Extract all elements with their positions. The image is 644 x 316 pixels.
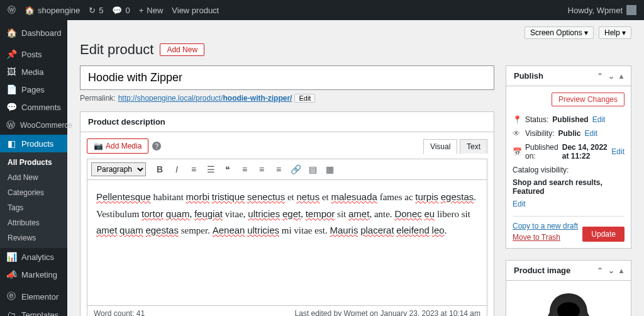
word-count: Word count: 41 [94,309,145,316]
preview-changes-button[interactable]: Preview Changes [552,93,625,106]
toolbar-toggle-button[interactable]: ▦ [322,162,337,177]
sidebar-item-analytics[interactable]: 📊Analytics [0,248,67,266]
submenu-tags[interactable]: Tags [0,200,67,215]
edit-status-link[interactable]: Edit [592,115,606,124]
submenu-all-products[interactable]: All Products [0,155,67,170]
number-list-button[interactable]: ☰ [203,162,218,177]
my-account[interactable]: Howdy, Wpmet [568,5,636,15]
submenu-attributes[interactable]: Attributes [0,215,67,230]
edit-visibility-link[interactable]: Edit [584,129,597,138]
comments-link[interactable]: 💬 0 [112,6,130,15]
woo-icon: Ⓦ [6,120,15,131]
key-icon: 📍 [513,115,521,124]
permalink-link[interactable]: http://shopengine.local/product/hoodie-w… [118,94,292,103]
text-tab[interactable]: Text [460,139,487,154]
move-to-trash-link[interactable]: Move to Trash [513,233,578,242]
bold-button[interactable]: B [152,162,167,177]
updates-link[interactable]: ↻ 5 [89,6,103,15]
marketing-icon: 📣 [6,269,16,279]
sidebar-item-marketing[interactable]: 📣Marketing [0,266,67,283]
toggle-icon[interactable]: ▴ [619,266,623,275]
bullet-list-button[interactable]: ≡ [186,162,201,177]
new-content-link[interactable]: + New [139,6,164,15]
copy-draft-link[interactable]: Copy to a new draft [513,222,578,230]
description-header: Product description [80,112,494,132]
product-image-box: Product image ⌃ ⌄ ▴ [506,260,631,316]
edit-date-link[interactable]: Edit [611,147,625,156]
align-center-button[interactable]: ≡ [254,162,269,177]
page-title: Edit product [80,42,153,58]
avatar-icon [626,5,636,15]
pin-icon: 📌 [6,49,16,59]
product-title-input[interactable] [80,65,494,90]
sidebar-item-elementor[interactable]: ⓔElementor [0,287,67,306]
format-select[interactable]: Paragraph [91,162,146,176]
templates-icon: 🗂 [6,310,16,316]
product-image-thumbnail[interactable] [518,287,619,316]
sidebar-item-dashboard[interactable]: 🏠Dashboard [0,24,67,42]
align-left-button[interactable]: ≡ [237,162,252,177]
sidebar-item-products[interactable]: ◧Products [0,135,67,152]
chevron-down-icon[interactable]: ⌄ [608,266,614,275]
view-product-link[interactable]: View product [172,6,219,15]
calendar-icon: 📅 [513,147,521,156]
publish-box: Publish ⌃ ⌄ ▴ Preview Changes 📍Status: P… [506,65,631,249]
media-icon: 🖼 [6,67,16,77]
eye-icon: 👁 [513,129,521,138]
analytics-icon: 📊 [6,252,16,262]
chevron-up-icon[interactable]: ⌃ [597,72,603,81]
wp-logo-icon[interactable]: ⓦ [8,4,16,16]
sidebar-item-pages[interactable]: 📄Pages [0,81,67,98]
editor-toolbar: Paragraph B I ≡ ☰ ❝ ≡ ≡ ≡ 🔗 ▤ [87,159,487,180]
sidebar-item-posts[interactable]: 📌Posts [0,45,67,63]
submenu-reviews[interactable]: Reviews [0,230,67,245]
quote-button[interactable]: ❝ [220,162,235,177]
admin-sidebar: 🏠Dashboard 📌Posts 🖼Media 📄Pages 💬Comment… [0,20,67,316]
permalink-row: Permalink: http://shopengine.local/produ… [80,94,494,103]
product-description-box: Product description 📷 Add Media ? Visual… [80,111,494,316]
align-right-button[interactable]: ≡ [271,162,286,177]
add-media-button[interactable]: 📷 Add Media [87,138,148,154]
visual-tab[interactable]: Visual [423,139,457,154]
help-icon[interactable]: ? [152,142,161,150]
sidebar-item-templates[interactable]: 🗂Templates [0,306,67,316]
help-button[interactable]: Help ▾ [599,26,631,39]
link-button[interactable]: 🔗 [288,162,303,177]
products-submenu: All Products Add New Categories Tags Att… [0,152,67,248]
page-icon: 📄 [6,84,16,94]
products-icon: ◧ [6,138,16,149]
edit-catalog-link[interactable]: Edit [513,200,526,208]
dashboard-icon: 🏠 [6,28,16,38]
italic-button[interactable]: I [169,162,184,177]
chevron-down-icon[interactable]: ⌄ [608,72,614,81]
screen-options-button[interactable]: Screen Options ▾ [525,26,594,39]
submenu-add-new[interactable]: Add New [0,170,67,185]
permalink-edit-button[interactable]: Edit [294,94,315,103]
site-link[interactable]: 🏠 shopengine [25,6,80,15]
readmore-button[interactable]: ▤ [305,162,320,177]
update-button[interactable]: Update [582,227,625,242]
toggle-icon[interactable]: ▴ [619,72,623,81]
elementor-icon: ⓔ [6,291,16,302]
chevron-up-icon[interactable]: ⌃ [597,266,603,275]
sidebar-item-media[interactable]: 🖼Media [0,63,67,81]
content-editor[interactable]: Pellentesque habitant morbi tristique se… [87,180,487,306]
last-edited: Last edited by Wpmet on January 23, 2023… [294,309,480,316]
add-new-button[interactable]: Add New [160,43,204,56]
admin-topbar: ⓦ 🏠 shopengine ↻ 5 💬 0 + New View produc… [0,0,644,20]
sidebar-item-woocommerce[interactable]: ⓌWooCommerce [0,116,67,135]
comment-icon: 💬 [6,102,16,112]
sidebar-item-comments[interactable]: 💬Comments [0,98,67,116]
submenu-categories[interactable]: Categories [0,185,67,200]
